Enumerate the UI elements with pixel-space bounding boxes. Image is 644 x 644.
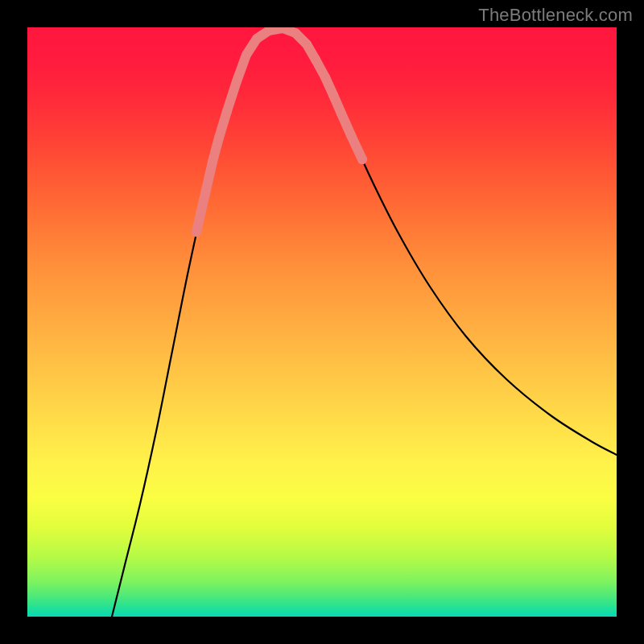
curve-line [112,28,617,617]
chart-frame: TheBottleneck.com [0,0,644,644]
marker-endcap [357,155,367,164]
plot-area [27,27,617,617]
bottleneck-curve [112,28,617,617]
marker-endcap [192,227,201,237]
watermark-text: TheBottleneck.com [478,5,633,26]
highlight-markers [192,28,367,237]
chart-svg [27,27,617,617]
